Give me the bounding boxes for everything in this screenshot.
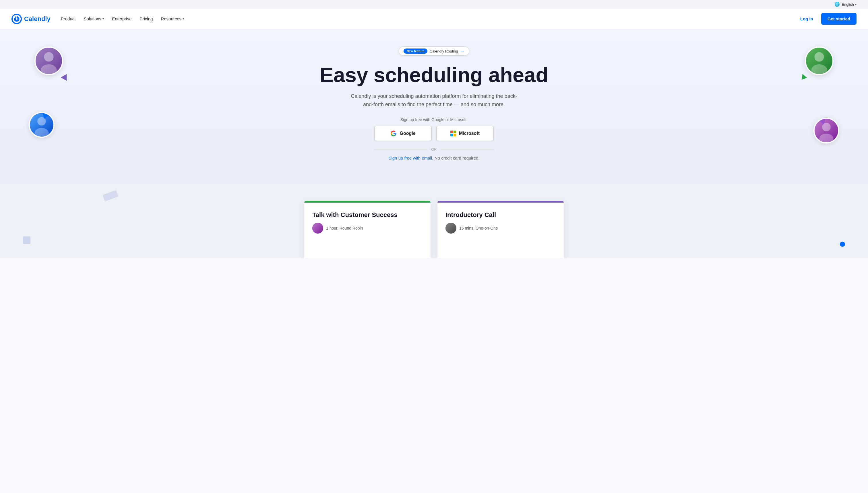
nav-links: Product Solutions ▾ Enterprise Pricing R… (61, 16, 184, 21)
card-meta-2: 15 mins, One-on-One (445, 223, 556, 234)
chevron-down-icon: ▾ (855, 3, 856, 6)
nav-left: Calendly Product Solutions ▾ Enterprise … (12, 14, 184, 24)
nav-resources[interactable]: Resources ▾ (161, 16, 184, 21)
person-avatar-br (814, 119, 838, 142)
hero-section: New feature Calendly Routing → Easy sche… (0, 29, 868, 184)
card-avatar-1 (312, 223, 323, 234)
card-accent-green (304, 201, 430, 202)
new-feature-badge[interactable]: New feature Calendly Routing → (399, 46, 469, 56)
microsoft-signup-button[interactable]: Microsoft (436, 126, 494, 141)
login-button[interactable]: Log In (797, 14, 817, 23)
logo[interactable]: Calendly (12, 14, 50, 24)
divider-line-right (440, 149, 494, 150)
chevron-down-icon: ▾ (103, 17, 104, 20)
card-introductory-call[interactable]: Introductory Call 15 mins, One-on-One (438, 201, 564, 258)
nav-enterprise[interactable]: Enterprise (112, 16, 131, 21)
card-customer-success[interactable]: Talk with Customer Success 1 hour, Round… (304, 201, 430, 258)
svg-point-11 (819, 133, 833, 142)
card-title-1: Talk with Customer Success (312, 211, 423, 219)
new-feature-pill: New feature (404, 48, 427, 53)
microsoft-button-label: Microsoft (459, 131, 480, 136)
nav-product[interactable]: Product (61, 16, 76, 21)
globe-icon: 🌐 (834, 2, 840, 7)
get-started-button[interactable]: Get started (821, 13, 856, 25)
signup-prompt: Sign up free with Google or Microsoft. (400, 117, 468, 122)
hero-title: Easy scheduling ahead (320, 64, 548, 86)
new-feature-link-text: Calendly Routing (430, 49, 458, 53)
arrow-right-icon: → (460, 49, 464, 53)
svg-point-4 (44, 52, 54, 62)
or-divider: OR (374, 147, 494, 151)
avatar-top-left (35, 46, 63, 75)
decoration-dot (840, 242, 845, 247)
email-signup-link[interactable]: Sign up free with email. (388, 155, 433, 160)
svg-point-9 (35, 128, 48, 136)
decoration-triangle-tl (61, 72, 70, 81)
nav-pricing[interactable]: Pricing (140, 16, 153, 21)
divider-line-left (374, 149, 428, 150)
card-meta-text-1: 1 hour, Round Robin (326, 226, 363, 231)
svg-point-5 (41, 64, 57, 74)
nav-right: Log In Get started (797, 13, 856, 25)
email-signup-row: Sign up free with email. No credit card … (388, 155, 479, 161)
decoration-shape (103, 190, 118, 201)
card-meta-text-2: 15 mins, One-on-One (459, 226, 498, 231)
person-avatar-tl (36, 48, 62, 74)
card-meta-1: 1 hour, Round Robin (312, 223, 423, 234)
card-accent-purple (438, 201, 564, 202)
logo-mark (12, 14, 22, 24)
svg-rect-3 (16, 16, 17, 18)
google-signup-button[interactable]: Google (374, 126, 432, 141)
language-selector[interactable]: English ▾ (842, 2, 856, 6)
cards-section: Talk with Customer Success 1 hour, Round… (0, 184, 868, 258)
card-title-2: Introductory Call (445, 211, 556, 219)
svg-point-6 (814, 52, 824, 62)
google-logo-icon (390, 130, 397, 136)
navbar: Calendly Product Solutions ▾ Enterprise … (0, 8, 868, 29)
person-avatar-bl (30, 113, 54, 136)
svg-point-1 (14, 16, 20, 22)
auth-buttons: Google Microsoft (374, 126, 494, 141)
microsoft-logo-icon (450, 131, 456, 136)
card-avatar-2 (445, 223, 457, 234)
chevron-down-icon: ▾ (183, 17, 184, 20)
or-label: OR (431, 147, 437, 151)
svg-point-0 (12, 14, 22, 24)
decoration-triangle-tr (800, 73, 807, 80)
svg-point-7 (811, 64, 827, 74)
logo-text: Calendly (24, 15, 50, 23)
decoration-square (23, 236, 30, 244)
person-avatar-tr (806, 48, 832, 74)
google-button-label: Google (400, 131, 415, 136)
no-card-text: No credit card required. (435, 155, 480, 160)
calendly-logo-svg (12, 14, 22, 24)
language-label: English (842, 2, 854, 6)
svg-point-2 (16, 18, 18, 20)
avatar-top-right (805, 46, 833, 75)
top-bar: 🌐 English ▾ (0, 0, 868, 8)
hero-subtitle: Calendly is your scheduling automation p… (351, 92, 517, 109)
nav-solutions[interactable]: Solutions ▾ (84, 16, 104, 21)
